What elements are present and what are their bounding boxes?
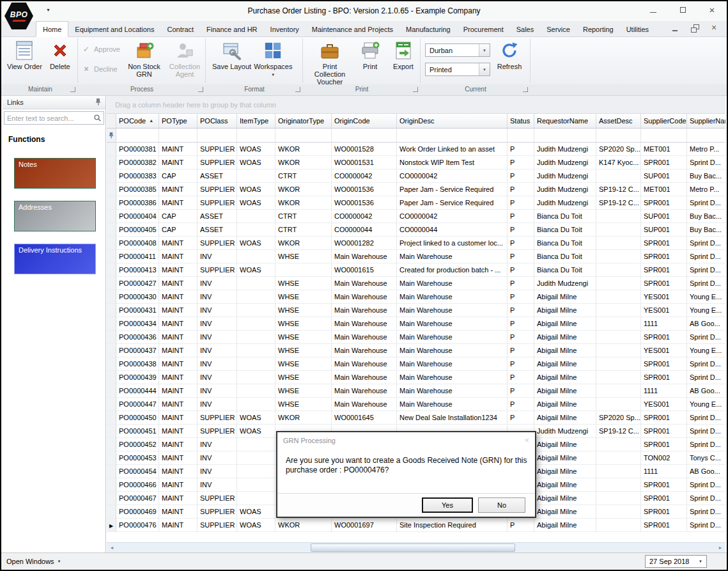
cell-suppliercode[interactable]: SPR001 [641,425,687,438]
cell-origindesc[interactable]: Main Warehouse [397,290,507,304]
cell-originatortype[interactable]: WKOR [275,411,332,425]
current-dialog-launcher-icon[interactable] [523,87,528,92]
cell-status[interactable]: P [507,277,534,290]
ribbon-tab[interactable]: Finance and HR [200,21,264,37]
column-header-origincode[interactable]: OriginCode [332,114,397,129]
cell-originatortype[interactable]: WHSE [275,304,332,317]
cell-suppliername[interactable]: Sprint D... [687,411,725,425]
cell-origindesc[interactable]: Work Order Linked to an asset [397,143,507,156]
cell-requestorname[interactable]: Abigail Milne [534,331,596,344]
filter-cell[interactable] [397,129,507,143]
minimize-button[interactable] [649,5,658,14]
cell-origindesc[interactable]: Main Warehouse [397,398,507,411]
cell-suppliername[interactable]: Buy Bac... [687,169,725,183]
filter-cell[interactable] [507,129,534,143]
maintain-dialog-launcher-icon[interactable] [70,87,75,92]
cell-status[interactable]: P [507,411,534,425]
cell-requestorname[interactable]: Bianca Du Toit [534,250,596,263]
process-dialog-launcher-icon[interactable] [198,87,203,92]
cell-poclass[interactable]: SUPPLIER [197,519,237,532]
cell-itemtype[interactable]: WOAS [237,156,275,169]
status-combobox[interactable]: Printed ▼ [425,63,490,76]
cell-origindesc[interactable]: Main Warehouse [397,317,507,331]
cell-status[interactable]: P [507,304,534,317]
cell-itemtype[interactable]: WOAS [237,183,275,196]
cell-origincode[interactable]: Main Warehouse [332,398,397,411]
ribbon-tab[interactable]: Sales [510,21,541,37]
cell-poclass[interactable]: INV [197,317,237,331]
cell-poclass[interactable]: INV [197,304,237,317]
cell-suppliercode[interactable]: 1111 [641,465,687,478]
cell-assetdesc[interactable]: SP19-12 C... [596,196,641,210]
dialog-close-icon[interactable]: × [524,435,529,445]
cell-pocode[interactable]: PO0000454 [116,465,159,478]
cell-origincode[interactable]: Main Warehouse [332,250,397,263]
cell-assetdesc[interactable] [596,505,641,519]
decline-button[interactable]: Decline [79,62,123,75]
cell-potype[interactable]: MAINT [159,505,197,519]
cell-assetdesc[interactable] [596,465,641,478]
cell-originatortype[interactable]: WKOR [275,183,332,196]
cell-status[interactable]: P [507,519,534,532]
ribbon-tab[interactable]: Reporting [577,21,620,37]
cell-potype[interactable]: MAINT [159,317,197,331]
cell-potype[interactable]: MAINT [159,492,197,505]
cell-suppliername[interactable]: Sprint D... [687,250,725,263]
cell-pocode[interactable]: PO0000413 [116,263,159,277]
cell-poclass[interactable]: INV [197,398,237,411]
cell-poclass[interactable]: SUPPLIER [197,143,237,156]
cell-potype[interactable]: MAINT [159,183,197,196]
search-input[interactable] [7,114,94,122]
column-header-poclass[interactable]: POClass [197,114,237,129]
collection-agent-button[interactable]: Collection Agent [164,38,205,78]
format-dialog-launcher-icon[interactable] [295,87,300,92]
cell-origincode[interactable]: CO0000044 [332,223,397,237]
mdi-close-icon[interactable] [711,24,719,33]
cell-status[interactable]: P [507,344,534,357]
scroll-left-icon[interactable] [107,543,117,552]
cell-origincode[interactable]: WO0001531 [332,156,397,169]
cell-status[interactable]: P [507,331,534,344]
cell-origindesc[interactable]: Project linked to a customer loc... [397,237,507,250]
filter-cell[interactable] [687,129,725,143]
cell-origincode[interactable]: WO0001282 [332,237,397,250]
ribbon-tab[interactable]: Utilities [620,21,655,37]
cell-pocode[interactable]: PO0000451 [116,425,159,438]
cell-origindesc[interactable]: Paper Jam - Service Required [397,196,507,210]
cell-originatortype[interactable]: CTRT [275,210,332,223]
table-row[interactable]: PO0000411 MAINT INV WHSE Main Warehouse … [107,250,725,263]
cell-poclass[interactable]: INV [197,478,237,492]
cell-suppliername[interactable]: Young E... [687,304,725,317]
cell-assetdesc[interactable] [596,331,641,344]
ribbon-tab[interactable]: Procurement [457,21,510,37]
cell-itemtype[interactable] [237,290,275,304]
cell-pocode[interactable]: PO0000381 [116,143,159,156]
cell-requestorname[interactable]: Abigail Milne [534,492,596,505]
date-dropdown-icon[interactable]: ▼ [699,559,702,563]
cell-suppliername[interactable]: Sprint D... [687,425,725,438]
cell-origincode[interactable]: Main Warehouse [332,344,397,357]
table-row[interactable]: PO0000385 MAINT SUPPLIER WOAS WKOR WO000… [107,183,725,196]
cell-assetdesc[interactable] [596,277,641,290]
cell-poclass[interactable]: INV [197,451,237,465]
cell-originatortype[interactable]: WHSE [275,290,332,304]
cell-potype[interactable]: MAINT [159,519,197,532]
cell-assetdesc[interactable] [596,263,641,277]
cell-suppliercode[interactable]: SPR001 [641,277,687,290]
cell-assetdesc[interactable] [596,398,641,411]
cell-originatortype[interactable]: WHSE [275,277,332,290]
cell-origindesc[interactable]: Main Warehouse [397,371,507,384]
cell-originatortype[interactable]: CTRT [275,169,332,183]
column-header-itemtype[interactable]: ItemType [237,114,275,129]
cell-potype[interactable]: MAINT [159,478,197,492]
group-by-panel[interactable]: Drag a column header here to group by th… [107,96,725,114]
table-row[interactable]: PO0000447 MAINT INV WHSE Main Warehouse … [107,398,725,411]
table-row[interactable]: PO0000438 MAINT INV WHSE Main Warehouse … [107,357,725,371]
cell-suppliername[interactable]: Sprint D... [687,371,725,384]
cell-origincode[interactable]: Main Warehouse [332,384,397,398]
cell-suppliername[interactable]: AB Goo... [687,384,725,398]
filter-cell[interactable] [534,129,596,143]
cell-origincode[interactable]: WO0001697 [332,519,397,532]
print-collection-voucher-button[interactable]: Print Collection Voucher [306,38,353,86]
cell-origincode[interactable]: Main Warehouse [332,357,397,371]
